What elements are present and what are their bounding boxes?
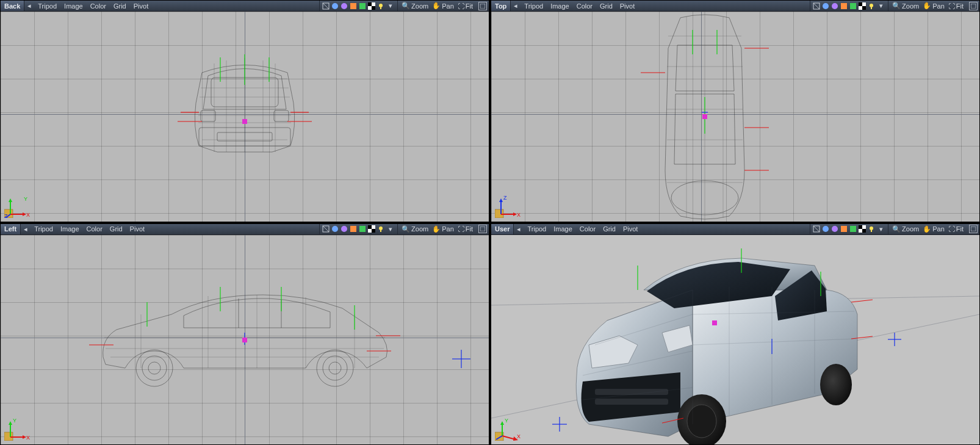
svg-point-131 [832, 226, 838, 232]
fit-button[interactable]: ⛶Fit [456, 224, 474, 234]
checker-icon[interactable] [367, 2, 376, 10]
menu-image[interactable]: Image [547, 1, 573, 11]
view-prev-arrow[interactable]: ◂ [514, 224, 524, 234]
svg-rect-8 [372, 6, 375, 10]
wireframe-icon[interactable] [812, 2, 821, 10]
material-icon[interactable] [358, 2, 367, 10]
fit-button[interactable]: ⛶Fit [947, 1, 965, 11]
texture-icon[interactable] [349, 2, 358, 10]
pan-button[interactable]: ✋Pan [921, 224, 946, 234]
flat-shade-icon[interactable] [821, 2, 830, 10]
menu-color[interactable]: Color [576, 224, 599, 234]
viewport-canvas[interactable]: Y X [491, 235, 979, 445]
view-label[interactable]: User [491, 224, 514, 234]
shade-more-arrow[interactable]: ▾ [386, 1, 395, 11]
viewport-top[interactable]: Top ◂ Tripod Image Color Grid Pivot ▾ 🔍Z… [491, 0, 980, 222]
viewport-canvas[interactable]: Z X [491, 12, 979, 222]
zoom-button[interactable]: 🔍Zoom [400, 1, 430, 11]
viewport-left[interactable]: Left ◂ Tripod Image Color Grid Pivot ▾ 🔍… [0, 223, 489, 446]
menu-color[interactable]: Color [83, 224, 106, 234]
maximize-button[interactable] [969, 225, 978, 233]
material-icon[interactable] [849, 2, 857, 10]
light-icon[interactable] [377, 225, 385, 233]
light-icon[interactable] [867, 225, 876, 233]
zoom-button[interactable]: 🔍Zoom [891, 224, 920, 234]
viewport-canvas[interactable]: Y X [1, 235, 489, 445]
flat-shade-icon[interactable] [331, 225, 339, 233]
svg-rect-16 [274, 110, 289, 121]
light-icon[interactable] [867, 2, 876, 10]
texture-icon[interactable] [349, 225, 358, 233]
svg-marker-171 [500, 421, 504, 425]
menu-color[interactable]: Color [573, 1, 596, 11]
menu-pivot[interactable]: Pivot [616, 1, 638, 11]
smooth-shade-icon[interactable] [340, 2, 348, 10]
view-prev-arrow[interactable]: ◂ [24, 1, 34, 11]
checker-icon[interactable] [858, 2, 867, 10]
menu-grid[interactable]: Grid [596, 1, 616, 11]
menu-pivot[interactable]: Pivot [130, 1, 152, 11]
svg-rect-139 [971, 226, 976, 231]
texture-icon[interactable] [840, 225, 848, 233]
flat-shade-icon[interactable] [821, 225, 830, 233]
menu-grid[interactable]: Grid [106, 224, 126, 234]
menu-image[interactable]: Image [550, 224, 576, 234]
maximize-button[interactable] [969, 2, 978, 10]
pan-button[interactable]: ✋Pan [431, 1, 455, 11]
shade-more-arrow[interactable]: ▾ [876, 224, 886, 234]
pan-button[interactable]: ✋Pan [431, 224, 455, 234]
shade-more-arrow[interactable]: ▾ [876, 1, 886, 11]
menu-grid[interactable]: Grid [599, 224, 619, 234]
view-label[interactable]: Left [1, 224, 21, 234]
car-model [571, 253, 863, 443]
view-prev-arrow[interactable]: ◂ [21, 224, 31, 234]
svg-point-57 [671, 181, 738, 215]
texture-icon[interactable] [840, 2, 848, 10]
viewport-canvas[interactable]: Y X Z [1, 12, 489, 222]
smooth-shade-icon[interactable] [340, 225, 348, 233]
shade-more-arrow[interactable]: ▾ [386, 224, 395, 234]
light-icon[interactable] [377, 2, 385, 10]
smooth-shade-icon[interactable] [830, 2, 839, 10]
svg-point-85 [341, 226, 347, 232]
material-icon[interactable] [358, 225, 367, 233]
menu-tripod[interactable]: Tripod [521, 1, 547, 11]
shading-tools: ▾ [319, 224, 397, 234]
wireframe-icon[interactable] [322, 2, 330, 10]
view-prev-arrow[interactable]: ◂ [511, 1, 521, 11]
checker-icon[interactable] [367, 225, 376, 233]
maximize-button[interactable] [478, 225, 487, 233]
maximize-button[interactable] [478, 2, 487, 10]
menu-image[interactable]: Image [57, 224, 83, 234]
menu-grid[interactable]: Grid [110, 1, 130, 11]
view-label[interactable]: Top [491, 1, 511, 11]
svg-marker-77 [499, 198, 503, 202]
pan-button[interactable]: ✋Pan [921, 1, 946, 11]
menu-tripod[interactable]: Tripod [34, 1, 60, 11]
checker-icon[interactable] [858, 225, 867, 233]
material-icon[interactable] [849, 225, 857, 233]
svg-rect-133 [850, 226, 856, 232]
zoom-button[interactable]: 🔍Zoom [400, 224, 430, 234]
flat-shade-icon[interactable] [331, 2, 339, 10]
pan-icon: ✋ [432, 225, 441, 233]
menu-pivot[interactable]: Pivot [619, 224, 641, 234]
svg-point-2 [332, 3, 338, 9]
zoom-button[interactable]: 🔍Zoom [891, 1, 920, 11]
wireframe-icon[interactable] [812, 225, 821, 233]
zoom-icon: 🔍 [892, 225, 901, 233]
viewport-user[interactable]: User ◂ Tripod Image Color Grid Pivot ▾ 🔍… [491, 223, 980, 446]
viewport-back[interactable]: Back ◂ Tripod Image Color Grid Pivot ▾ 🔍… [0, 0, 489, 222]
menu-pivot[interactable]: Pivot [126, 224, 148, 234]
fit-button[interactable]: ⛶Fit [456, 1, 474, 11]
smooth-shade-icon[interactable] [830, 225, 839, 233]
menu-image[interactable]: Image [60, 1, 87, 11]
view-label[interactable]: Back [1, 1, 24, 11]
nav-tools: 🔍Zoom ✋Pan ⛶Fit [888, 1, 967, 11]
menu-color[interactable]: Color [87, 1, 110, 11]
menu-tripod[interactable]: Tripod [31, 224, 57, 234]
wireframe-icon[interactable] [322, 225, 330, 233]
zoom-icon: 🔍 [402, 225, 410, 233]
menu-tripod[interactable]: Tripod [524, 224, 550, 234]
fit-button[interactable]: ⛶Fit [947, 224, 965, 234]
